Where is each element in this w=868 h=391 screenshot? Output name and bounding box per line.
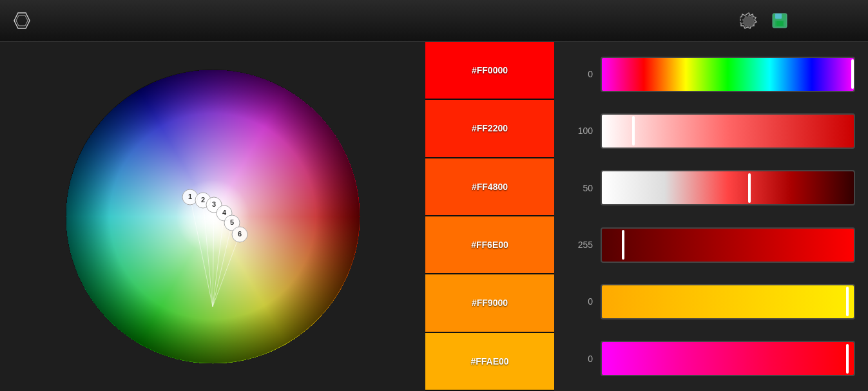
slider-row-3: 255 <box>567 227 855 263</box>
swatch-item-0[interactable]: #FF0000 <box>425 42 554 100</box>
wheel-panel <box>0 42 425 391</box>
app-header <box>0 0 868 42</box>
slider-track-2[interactable] <box>601 170 855 205</box>
slider-label-3: 255 <box>567 240 593 250</box>
slider-row-5: 0 <box>567 341 855 376</box>
nav-quantize[interactable] <box>853 18 855 23</box>
swatch-item-4[interactable]: #FF9000 <box>425 274 554 332</box>
svg-marker-1 <box>16 15 28 26</box>
header-icons <box>739 11 789 30</box>
slider-thumb-0 <box>851 59 854 89</box>
color-wheel-canvas[interactable] <box>64 68 361 365</box>
slider-track-5[interactable] <box>601 341 855 376</box>
logo-icon <box>13 12 31 30</box>
slider-row-2: 50 <box>567 170 855 205</box>
color-wheel-container[interactable] <box>64 68 361 365</box>
sliders-panel: 01005025500 <box>554 42 868 391</box>
slider-thumb-1 <box>632 117 635 146</box>
slider-row-1: 100 <box>567 113 855 149</box>
main-content: #FF0000#FF2200#FF4800#FF6E00#FF9000#FFAE… <box>0 42 868 391</box>
slider-row-4: 0 <box>567 284 855 319</box>
swatch-item-1[interactable]: #FF2200 <box>425 100 554 158</box>
slider-thumb-5 <box>846 344 849 374</box>
slider-label-5: 0 <box>567 354 593 364</box>
slider-label-4: 0 <box>567 296 593 307</box>
slider-track-3[interactable] <box>601 227 855 263</box>
nav-harmony[interactable] <box>809 18 811 23</box>
svg-rect-5 <box>775 14 782 19</box>
swatch-item-5[interactable]: #FFAE00 <box>425 333 554 391</box>
slider-thumb-4 <box>846 287 849 317</box>
slider-thumb-2 <box>748 173 751 203</box>
settings-button[interactable] <box>739 11 758 30</box>
nav-vision[interactable] <box>831 18 833 23</box>
slider-label-2: 50 <box>567 183 593 193</box>
svg-rect-7 <box>776 21 783 26</box>
swatch-item-2[interactable]: #FF4800 <box>425 158 554 216</box>
logo-area <box>13 12 57 30</box>
main-nav <box>809 18 855 23</box>
slider-row-0: 0 <box>567 57 855 92</box>
slider-track-4[interactable] <box>601 284 855 319</box>
swatch-item-3[interactable]: #FF6E00 <box>425 216 554 274</box>
swatches-panel: #FF0000#FF2200#FF4800#FF6E00#FF9000#FFAE… <box>425 42 554 391</box>
slider-track-1[interactable] <box>601 113 855 149</box>
save-button[interactable] <box>770 11 789 30</box>
slider-label-1: 100 <box>567 126 593 136</box>
slider-track-0[interactable] <box>601 57 855 92</box>
slider-label-0: 0 <box>567 69 593 79</box>
slider-thumb-3 <box>622 230 624 260</box>
